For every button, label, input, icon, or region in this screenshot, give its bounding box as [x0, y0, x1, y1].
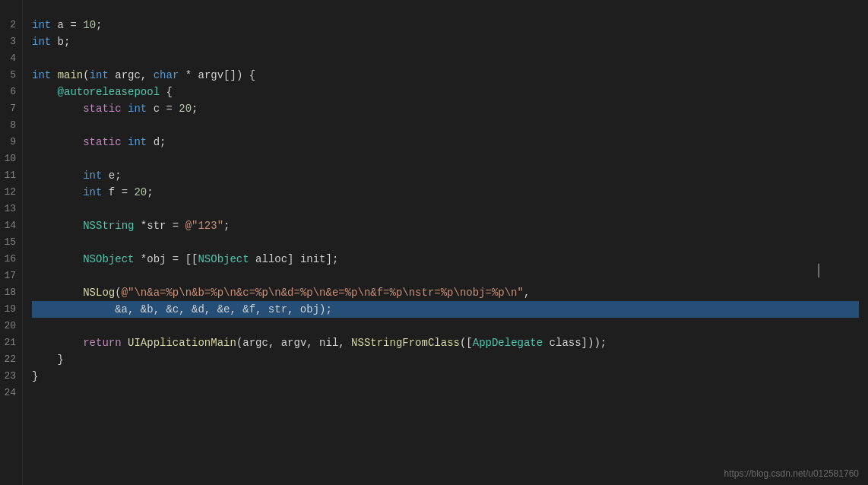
code-line-19: &a, &b, &c, &d, &e, &f, str, obj);	[32, 301, 859, 318]
code-line-17	[32, 268, 859, 284]
text-cursor: │	[815, 264, 822, 277]
code-line-8	[32, 117, 859, 134]
code-line-21: return UIApplicationMain(argc, argv, nil…	[32, 334, 859, 351]
code-line-6: @autoreleasepool {	[32, 84, 859, 100]
code-line-23: }	[32, 368, 859, 385]
code-line-20	[32, 318, 859, 334]
code-line-1	[32, 0, 859, 17]
code-line-11: int e;	[32, 167, 859, 184]
code-line-13	[32, 201, 859, 217]
code-content[interactable]: int a = 10; int b; int main(int argc, ch…	[23, 0, 868, 485]
code-line-22: }	[32, 351, 859, 368]
code-line-14: NSString *str = @"123";	[32, 217, 859, 234]
code-line-24	[32, 385, 859, 401]
code-line-10	[32, 151, 859, 167]
line-numbers: 2 3 4 5 6 7 8 9 10 11 12 13 14 15 16 17 …	[0, 0, 23, 485]
code-line-12: int f = 20;	[32, 184, 859, 201]
code-line-15	[32, 234, 859, 251]
code-editor: 2 3 4 5 6 7 8 9 10 11 12 13 14 15 16 17 …	[0, 0, 868, 485]
code-line-7: static int c = 20;	[32, 100, 859, 117]
watermark: https://blog.csdn.net/u012581760	[724, 468, 859, 479]
code-line-2: int a = 10;	[32, 17, 859, 33]
code-line-9: static int d;	[32, 134, 859, 151]
code-line-18: NSLog(@"\n&a=%p\n&b=%p\n&c=%p\n&d=%p\n&e…	[32, 284, 859, 301]
code-line-5: int main(int argc, char * argv[]) {	[32, 67, 859, 84]
code-line-4	[32, 50, 859, 67]
code-line-3: int b;	[32, 33, 859, 50]
code-line-16: NSObject *obj = [[NSObject alloc] init];	[32, 251, 859, 268]
